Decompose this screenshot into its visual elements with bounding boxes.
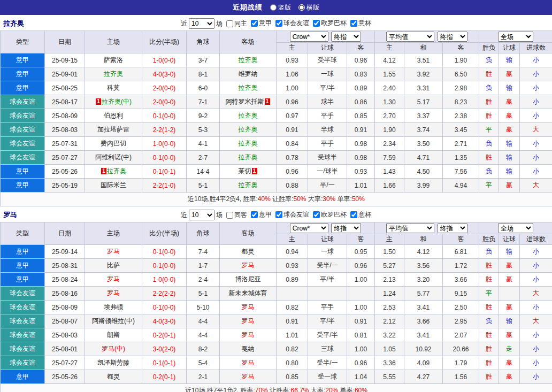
- home-team-cell[interactable]: 罗马: [85, 273, 142, 287]
- league-filter[interactable]: 意甲: [251, 19, 272, 28]
- same-venue-filter[interactable]: 同客: [226, 211, 247, 220]
- away-team-cell[interactable]: 博洛尼亚: [220, 273, 277, 287]
- layout-option-horizontal[interactable]: 横版: [298, 3, 319, 12]
- home-team-cell[interactable]: 埃弗顿: [85, 301, 142, 314]
- team-link[interactable]: 朗斯: [107, 331, 120, 339]
- team-link[interactable]: 罗马: [242, 303, 255, 311]
- away-team-cell[interactable]: 拉齐奥: [220, 123, 277, 137]
- team-link[interactable]: 拉齐奥: [239, 181, 258, 189]
- away-team-cell[interactable]: 都灵: [220, 245, 277, 259]
- home-team-cell[interactable]: 朗斯: [85, 328, 142, 342]
- team-link[interactable]: 阿维利诺(中): [95, 153, 132, 161]
- team-link[interactable]: 埃弗顿: [104, 303, 123, 311]
- match-count-select[interactable]: 10: [189, 210, 214, 220]
- asia-stage-select[interactable]: 终指: [331, 32, 361, 42]
- away-team-cell[interactable]: 拉齐奥: [220, 179, 277, 193]
- team-link[interactable]: 阿斯顿维拉(中): [92, 317, 135, 325]
- team-link[interactable]: 罗马: [242, 373, 255, 380]
- home-team-cell[interactable]: 都灵: [85, 370, 142, 384]
- away-team-cell[interactable]: 戛纳: [220, 342, 277, 356]
- league-checkbox[interactable]: [350, 211, 357, 218]
- home-team-cell[interactable]: 萨索洛: [85, 53, 142, 67]
- team-link[interactable]: 罗马: [107, 275, 120, 283]
- home-team-cell[interactable]: 费内巴切: [85, 137, 142, 151]
- same-venue-checkbox[interactable]: [226, 212, 233, 219]
- team-link[interactable]: 比萨: [107, 262, 120, 269]
- team-link[interactable]: 拉齐奥: [239, 112, 258, 119]
- league-filter[interactable]: 球会友谊: [275, 19, 309, 28]
- league-filter[interactable]: 意杯: [350, 210, 371, 219]
- away-team-cell[interactable]: 拉齐奥: [220, 81, 277, 95]
- home-team-cell[interactable]: 伯恩利: [85, 109, 142, 123]
- team-link[interactable]: 拉齐奥: [239, 126, 258, 133]
- league-filter[interactable]: 意杯: [350, 19, 371, 28]
- home-team-cell[interactable]: 阿维利诺(中): [85, 151, 142, 165]
- team-link[interactable]: 拉齐奥: [104, 70, 123, 78]
- team-link[interactable]: 都灵: [242, 248, 255, 255]
- away-team-cell[interactable]: 拉齐奥: [220, 137, 277, 151]
- team-link[interactable]: 国际米兰: [101, 181, 126, 189]
- team-link[interactable]: 罗马: [107, 289, 120, 297]
- horizontal-layout-radio[interactable]: [298, 4, 305, 11]
- average-select[interactable]: 平均值: [386, 32, 434, 42]
- home-team-cell[interactable]: 科莫: [85, 81, 142, 95]
- away-team-cell[interactable]: 罗马: [220, 328, 277, 342]
- home-team-cell[interactable]: 国际米兰: [85, 179, 142, 193]
- average-select[interactable]: 平均值: [386, 223, 434, 233]
- team-link[interactable]: 萨索洛: [104, 56, 123, 64]
- league-filter[interactable]: 欧罗巴杯: [313, 19, 347, 28]
- team-link[interactable]: 都灵: [107, 373, 120, 380]
- team-link[interactable]: 戛纳: [242, 345, 255, 352]
- team-link[interactable]: 维罗纳: [239, 70, 258, 78]
- team-link[interactable]: 博洛尼亚: [235, 275, 261, 283]
- home-team-cell[interactable]: 1拉齐奥: [85, 165, 142, 179]
- team-link[interactable]: 新未来城体育: [229, 289, 267, 297]
- league-checkbox[interactable]: [350, 20, 357, 27]
- team-link[interactable]: 拉齐奥(中): [102, 98, 132, 105]
- team-link[interactable]: 莱切: [239, 167, 251, 175]
- team-link[interactable]: 罗马: [242, 317, 255, 325]
- same-venue-filter[interactable]: 同主: [226, 19, 247, 28]
- away-team-cell[interactable]: 罗马: [220, 301, 277, 314]
- team-link[interactable]: 拉齐奥: [107, 167, 126, 175]
- league-checkbox[interactable]: [313, 211, 320, 218]
- team-link[interactable]: 凯泽斯劳滕: [97, 359, 129, 366]
- team-link[interactable]: 科莫: [107, 84, 120, 91]
- league-checkbox[interactable]: [275, 211, 282, 218]
- league-checkbox[interactable]: [251, 20, 258, 27]
- away-team-cell[interactable]: 拉齐奥: [220, 109, 277, 123]
- bookmaker-select[interactable]: Crow*: [290, 32, 328, 42]
- league-filter[interactable]: 球会友谊: [275, 210, 309, 219]
- team-link[interactable]: 罗马: [242, 359, 255, 366]
- layout-option-vertical[interactable]: 竖版: [270, 3, 291, 12]
- league-checkbox[interactable]: [275, 20, 282, 27]
- league-checkbox[interactable]: [313, 20, 320, 27]
- team-link[interactable]: 伯恩利: [104, 112, 123, 119]
- team-link[interactable]: 阿特罗米托斯: [226, 98, 264, 105]
- away-team-cell[interactable]: 莱切1: [220, 165, 277, 179]
- away-team-cell[interactable]: 罗马: [220, 259, 277, 273]
- away-team-cell[interactable]: 新未来城体育: [220, 287, 277, 301]
- home-team-cell[interactable]: 比萨: [85, 259, 142, 273]
- home-team-cell[interactable]: 凯泽斯劳滕: [85, 356, 142, 370]
- away-team-cell[interactable]: 阿特罗米托斯1: [220, 95, 277, 109]
- bookmaker-select[interactable]: Crow*: [290, 223, 328, 233]
- team-link[interactable]: 罗马(中): [102, 345, 125, 352]
- home-team-cell[interactable]: 阿斯顿维拉(中): [85, 314, 142, 328]
- euro-stage-select[interactable]: 终指: [438, 32, 467, 42]
- team-link[interactable]: 拉齐奥: [239, 56, 258, 64]
- away-team-cell[interactable]: 罗马: [220, 356, 277, 370]
- home-team-cell[interactable]: 1拉齐奥(中): [85, 95, 142, 109]
- vertical-layout-radio[interactable]: [270, 4, 277, 11]
- away-team-cell[interactable]: 罗马: [220, 314, 277, 328]
- euro-stage-select[interactable]: 终指: [438, 223, 467, 233]
- team-link[interactable]: 费内巴切: [101, 140, 126, 147]
- same-venue-checkbox[interactable]: [226, 20, 233, 27]
- team-link[interactable]: 罗马: [107, 248, 120, 255]
- home-team-cell[interactable]: 罗马: [85, 245, 142, 259]
- away-team-cell[interactable]: 拉齐奥: [220, 53, 277, 67]
- scope-select[interactable]: 全场: [498, 32, 533, 42]
- team-link[interactable]: 拉齐奥: [239, 140, 258, 147]
- asia-stage-select[interactable]: 终指: [331, 223, 361, 233]
- league-filter[interactable]: 欧罗巴杯: [313, 210, 347, 219]
